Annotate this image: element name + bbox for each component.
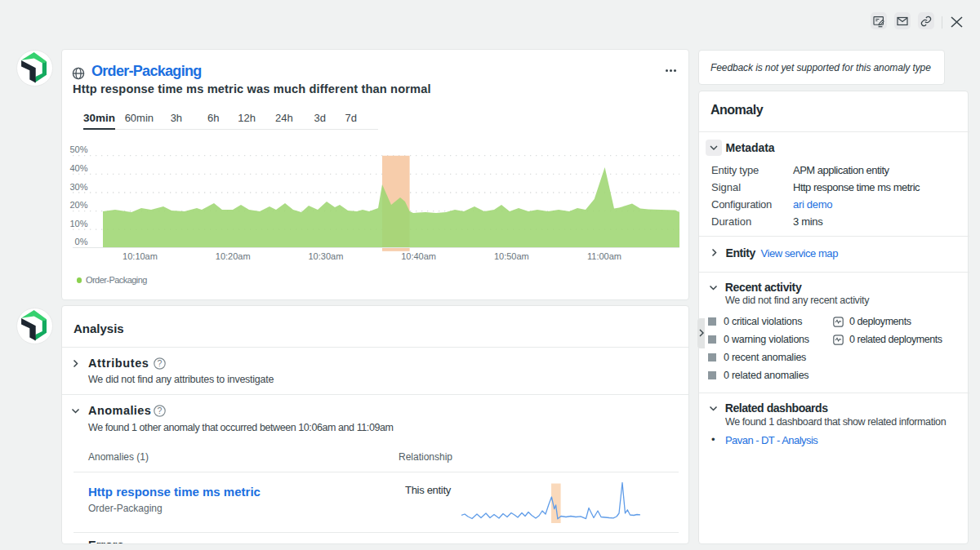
svg-text:?: ?: [157, 406, 162, 415]
svg-text:?: ?: [157, 358, 162, 368]
